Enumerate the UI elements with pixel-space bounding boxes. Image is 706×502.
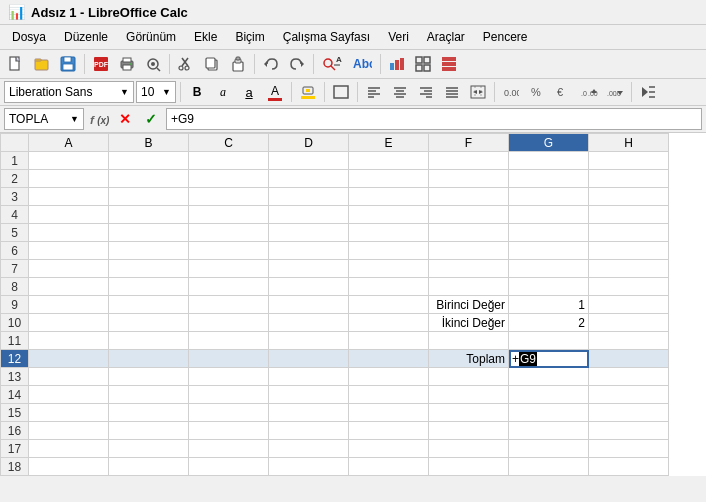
align-right-button[interactable] bbox=[414, 81, 438, 103]
cell-C17[interactable] bbox=[189, 440, 269, 458]
rows-cols-button[interactable] bbox=[437, 52, 461, 76]
row-header-4[interactable]: 4 bbox=[1, 206, 29, 224]
cell-H15[interactable] bbox=[589, 404, 669, 422]
cell-D11[interactable] bbox=[269, 332, 349, 350]
function-wizard-button[interactable]: f (x) bbox=[88, 108, 110, 130]
cell-E12[interactable] bbox=[349, 350, 429, 368]
increase-decimal-button[interactable]: .0.00 bbox=[577, 81, 601, 103]
number-format-button[interactable]: 0.00 bbox=[499, 81, 523, 103]
cell-B2[interactable] bbox=[109, 170, 189, 188]
cell-F1[interactable] bbox=[429, 152, 509, 170]
row-header-17[interactable]: 17 bbox=[1, 440, 29, 458]
cell-D7[interactable] bbox=[269, 260, 349, 278]
cell-F9[interactable]: Birinci Değer bbox=[429, 296, 509, 314]
undo-button[interactable] bbox=[259, 52, 283, 76]
row-header-7[interactable]: 7 bbox=[1, 260, 29, 278]
cell-B13[interactable] bbox=[109, 368, 189, 386]
cell-E7[interactable] bbox=[349, 260, 429, 278]
cell-F2[interactable] bbox=[429, 170, 509, 188]
sheet-scroll[interactable]: A B C D E F G H 123456789Birinci Değer11… bbox=[0, 133, 706, 476]
cell-D15[interactable] bbox=[269, 404, 349, 422]
font-size-dropdown[interactable]: 10 ▼ bbox=[136, 81, 176, 103]
print-button[interactable] bbox=[115, 52, 139, 76]
menu-veri[interactable]: Veri bbox=[380, 27, 417, 47]
cell-C10[interactable] bbox=[189, 314, 269, 332]
cell-A5[interactable] bbox=[29, 224, 109, 242]
bold-button[interactable]: B bbox=[185, 81, 209, 103]
cell-G1[interactable] bbox=[509, 152, 589, 170]
menu-duzenle[interactable]: Düzenle bbox=[56, 27, 116, 47]
cell-B9[interactable] bbox=[109, 296, 189, 314]
col-header-d[interactable]: D bbox=[269, 134, 349, 152]
cell-G9[interactable]: 1 bbox=[509, 296, 589, 314]
underline-button[interactable]: a bbox=[237, 81, 261, 103]
menu-calismasayfasi[interactable]: Çalışma Sayfası bbox=[275, 27, 378, 47]
cell-F18[interactable] bbox=[429, 458, 509, 476]
cell-D3[interactable] bbox=[269, 188, 349, 206]
redo-button[interactable] bbox=[285, 52, 309, 76]
menu-pencere[interactable]: Pencere bbox=[475, 27, 536, 47]
cell-H2[interactable] bbox=[589, 170, 669, 188]
cell-B15[interactable] bbox=[109, 404, 189, 422]
cell-H3[interactable] bbox=[589, 188, 669, 206]
align-justify-button[interactable] bbox=[440, 81, 464, 103]
cell-B7[interactable] bbox=[109, 260, 189, 278]
cell-G17[interactable] bbox=[509, 440, 589, 458]
row-header-3[interactable]: 3 bbox=[1, 188, 29, 206]
italic-button[interactable]: a bbox=[211, 81, 235, 103]
cell-E14[interactable] bbox=[349, 386, 429, 404]
cell-B12[interactable] bbox=[109, 350, 189, 368]
cell-A14[interactable] bbox=[29, 386, 109, 404]
cut-button[interactable] bbox=[174, 52, 198, 76]
cell-E18[interactable] bbox=[349, 458, 429, 476]
cell-A15[interactable] bbox=[29, 404, 109, 422]
cell-G18[interactable] bbox=[509, 458, 589, 476]
cell-D4[interactable] bbox=[269, 206, 349, 224]
cell-E9[interactable] bbox=[349, 296, 429, 314]
row-header-6[interactable]: 6 bbox=[1, 242, 29, 260]
cell-B18[interactable] bbox=[109, 458, 189, 476]
cell-G7[interactable] bbox=[509, 260, 589, 278]
cell-C5[interactable] bbox=[189, 224, 269, 242]
row-header-13[interactable]: 13 bbox=[1, 368, 29, 386]
cell-G13[interactable] bbox=[509, 368, 589, 386]
cell-F4[interactable] bbox=[429, 206, 509, 224]
cell-D10[interactable] bbox=[269, 314, 349, 332]
cell-A17[interactable] bbox=[29, 440, 109, 458]
cell-B4[interactable] bbox=[109, 206, 189, 224]
cell-A10[interactable] bbox=[29, 314, 109, 332]
cell-G16[interactable] bbox=[509, 422, 589, 440]
cell-E8[interactable] bbox=[349, 278, 429, 296]
cell-E11[interactable] bbox=[349, 332, 429, 350]
cell-D14[interactable] bbox=[269, 386, 349, 404]
cell-D5[interactable] bbox=[269, 224, 349, 242]
cell-H13[interactable] bbox=[589, 368, 669, 386]
accept-button[interactable]: ✓ bbox=[140, 108, 162, 130]
cell-D1[interactable] bbox=[269, 152, 349, 170]
cell-B6[interactable] bbox=[109, 242, 189, 260]
cell-F15[interactable] bbox=[429, 404, 509, 422]
col-header-a[interactable]: A bbox=[29, 134, 109, 152]
new-button[interactable] bbox=[4, 52, 28, 76]
cell-A1[interactable] bbox=[29, 152, 109, 170]
pdf-button[interactable]: PDF bbox=[89, 52, 113, 76]
menu-bicim[interactable]: Biçim bbox=[227, 27, 272, 47]
cell-H11[interactable] bbox=[589, 332, 669, 350]
cell-A3[interactable] bbox=[29, 188, 109, 206]
chart-button[interactable] bbox=[385, 52, 409, 76]
cell-E5[interactable] bbox=[349, 224, 429, 242]
cell-H8[interactable] bbox=[589, 278, 669, 296]
cell-E2[interactable] bbox=[349, 170, 429, 188]
cell-F3[interactable] bbox=[429, 188, 509, 206]
cell-D6[interactable] bbox=[269, 242, 349, 260]
cell-E15[interactable] bbox=[349, 404, 429, 422]
cell-H16[interactable] bbox=[589, 422, 669, 440]
cell-A4[interactable] bbox=[29, 206, 109, 224]
cell-F8[interactable] bbox=[429, 278, 509, 296]
col-header-b[interactable]: B bbox=[109, 134, 189, 152]
cell-D18[interactable] bbox=[269, 458, 349, 476]
row-header-2[interactable]: 2 bbox=[1, 170, 29, 188]
cancel-button[interactable]: ✕ bbox=[114, 108, 136, 130]
row-header-18[interactable]: 18 bbox=[1, 458, 29, 476]
cell-F13[interactable] bbox=[429, 368, 509, 386]
